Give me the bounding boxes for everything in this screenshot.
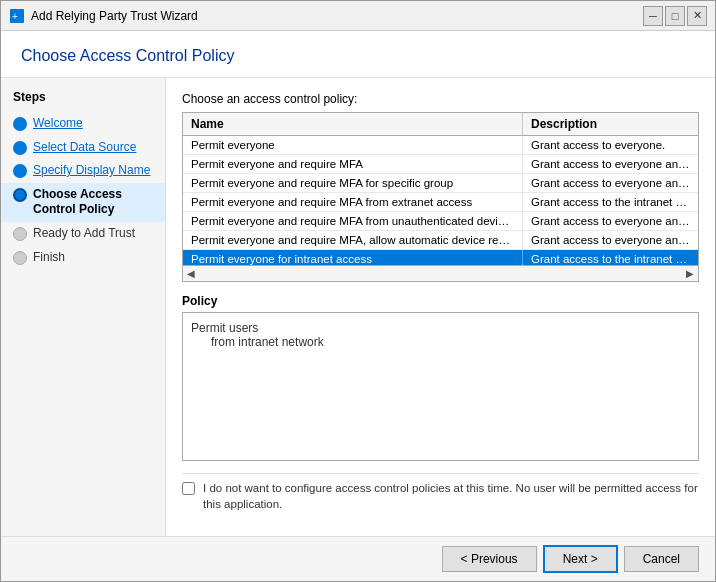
table-body[interactable]: Permit everyone Grant access to everyone… [183,136,698,265]
step-label-choose-access-control: Choose Access Control Policy [33,187,153,218]
scroll-right-arrow[interactable]: ▶ [686,268,694,279]
minimize-button[interactable]: ─ [643,6,663,26]
steps-label: Steps [1,90,165,112]
row-desc: Grant access to the intranet users. [523,250,698,265]
table-row[interactable]: Permit everyone and require MFA, allow a… [183,231,698,250]
sidebar-item-ready-to-add: Ready to Add Trust [1,222,165,246]
policy-line-1: Permit users [191,321,690,335]
scroll-left-arrow[interactable]: ◀ [187,268,195,279]
sidebar-item-finish: Finish [1,246,165,270]
row-name: Permit everyone and require MFA, allow a… [183,231,523,249]
table-row[interactable]: Permit everyone and require MFA for spec… [183,174,698,193]
close-button[interactable]: ✕ [687,6,707,26]
step-dot-finish [13,251,27,265]
wizard-window: + Add Relying Party Trust Wizard ─ □ ✕ C… [0,0,716,582]
step-dot-select-data-source [13,141,27,155]
col-header-name: Name [183,113,523,135]
window-controls: ─ □ ✕ [643,6,707,26]
sidebar-item-select-data-source[interactable]: Select Data Source [1,136,165,160]
row-name: Permit everyone for intranet access [183,250,523,265]
row-name: Permit everyone and require MFA for spec… [183,174,523,192]
content-area: Steps Welcome Select Data Source Specify… [1,78,715,536]
step-label-welcome: Welcome [33,116,83,132]
policy-table-container: Name Description Permit everyone Grant a… [182,112,699,282]
page-title: Choose Access Control Policy [21,47,695,65]
row-name: Permit everyone [183,136,523,154]
sidebar: Steps Welcome Select Data Source Specify… [1,78,166,536]
page-header: Choose Access Control Policy [1,31,715,78]
step-label-ready-to-add: Ready to Add Trust [33,226,135,242]
step-label-finish: Finish [33,250,65,266]
title-bar: + Add Relying Party Trust Wizard ─ □ ✕ [1,1,715,31]
table-row[interactable]: Permit everyone Grant access to everyone… [183,136,698,155]
row-name: Permit everyone and require MFA [183,155,523,173]
window-icon: + [9,8,25,24]
col-header-description: Description [523,113,698,135]
row-name: Permit everyone and require MFA from una… [183,212,523,230]
step-dot-welcome [13,117,27,131]
svg-text:+: + [12,11,18,22]
step-dot-ready-to-add [13,227,27,241]
no-policy-checkbox[interactable] [182,482,195,495]
sidebar-item-welcome[interactable]: Welcome [1,112,165,136]
policy-line-2: from intranet network [191,335,690,349]
table-row-selected[interactable]: Permit everyone for intranet access Gran… [183,250,698,265]
row-desc: Grant access to everyone and requi... [523,212,698,230]
row-name: Permit everyone and require MFA from ext… [183,193,523,211]
row-desc: Grant access to everyone. [523,136,698,154]
step-dot-specify-display-name [13,164,27,178]
table-section-label: Choose an access control policy: [182,92,699,106]
next-button[interactable]: Next > [543,545,618,573]
checkbox-area: I do not want to configure access contro… [182,473,699,518]
scroll-indicator: ◀ ▶ [183,265,698,281]
row-desc: Grant access to everyone and requi... [523,174,698,192]
row-desc: Grant access to everyone and requi... [523,231,698,249]
no-policy-label[interactable]: I do not want to configure access contro… [203,480,699,512]
row-desc: Grant access to everyone and requi... [523,155,698,173]
table-header: Name Description [183,113,698,136]
main-content: Choose an access control policy: Name De… [166,78,715,536]
step-dot-choose-access-control [13,188,27,202]
cancel-button[interactable]: Cancel [624,546,699,572]
table-row[interactable]: Permit everyone and require MFA from una… [183,212,698,231]
step-label-specify-display-name: Specify Display Name [33,163,150,179]
window-title: Add Relying Party Trust Wizard [31,9,643,23]
sidebar-item-choose-access-control: Choose Access Control Policy [1,183,165,222]
row-desc: Grant access to the intranet users a... [523,193,698,211]
previous-button[interactable]: < Previous [442,546,537,572]
maximize-button[interactable]: □ [665,6,685,26]
policy-box: Permit users from intranet network [182,312,699,461]
table-row[interactable]: Permit everyone and require MFA Grant ac… [183,155,698,174]
step-label-select-data-source: Select Data Source [33,140,136,156]
policy-label: Policy [182,294,699,308]
sidebar-item-specify-display-name[interactable]: Specify Display Name [1,159,165,183]
table-row[interactable]: Permit everyone and require MFA from ext… [183,193,698,212]
footer: < Previous Next > Cancel [1,536,715,581]
